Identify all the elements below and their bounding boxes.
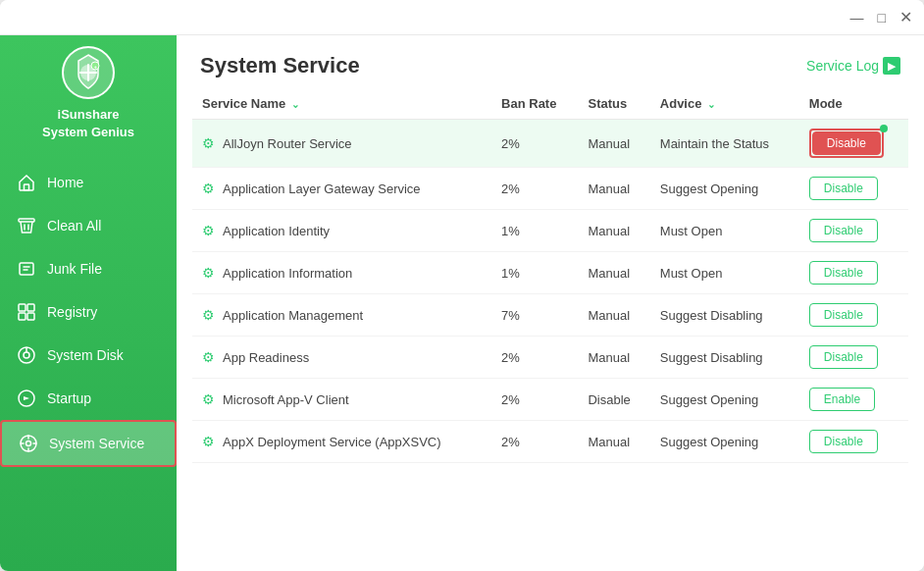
sidebar-item-startup[interactable]: Startup [0, 377, 177, 420]
cell-ban-rate: 2% [491, 379, 578, 421]
sidebar-label-registry: Registry [47, 304, 97, 320]
close-button[interactable]: ✕ [899, 10, 912, 26]
svg-rect-15 [19, 313, 26, 320]
cell-service-name: ⚙App Readiness [192, 337, 491, 379]
service-log-button[interactable]: Service Log ▶ [806, 57, 900, 75]
action-button-2[interactable]: Disable [809, 219, 878, 242]
svg-text:+: + [94, 64, 98, 70]
cell-advice: Must Open [650, 252, 799, 294]
service-icon [18, 433, 39, 454]
sidebar-label-home: Home [47, 175, 83, 190]
cell-mode: Disable [799, 337, 908, 379]
table-row: ⚙AllJoyn Router Service2%ManualMaintain … [192, 120, 908, 168]
service-table-container: Service Name ⌄ Ban Rate Status Advice ⌄ … [177, 88, 924, 571]
gear-icon: ⚙ [202, 434, 215, 449]
cell-service-name: ⚙AppX Deployment Service (AppXSVC) [192, 421, 491, 463]
home-icon [16, 172, 37, 193]
sidebar: + iSunshare System Genius Home [0, 35, 177, 571]
action-button-5[interactable]: Disable [809, 345, 878, 369]
cell-status: Manual [578, 168, 649, 210]
action-button-3[interactable]: Disable [809, 261, 878, 285]
sidebar-item-home[interactable]: Home [0, 161, 177, 204]
cell-ban-rate: 7% [491, 294, 578, 337]
sidebar-nav: Home Clean All Junk File [0, 161, 177, 467]
gear-icon: ⚙ [202, 223, 215, 238]
sidebar-item-junk-file[interactable]: Junk File [0, 247, 177, 290]
title-bar: — □ ✕ [0, 0, 924, 35]
disk-icon [16, 344, 37, 366]
cell-mode: Disable [799, 252, 908, 294]
cell-ban-rate: 1% [491, 210, 578, 252]
cell-mode: Disable [799, 294, 908, 337]
cell-service-name: ⚙Application Management [192, 294, 491, 337]
cell-ban-rate: 2% [491, 421, 578, 463]
cell-ban-rate: 2% [491, 168, 578, 210]
window-controls: — □ ✕ [850, 10, 912, 26]
gear-icon: ⚙ [202, 349, 215, 365]
sidebar-item-system-service[interactable]: System Service [0, 420, 177, 467]
svg-point-18 [24, 352, 29, 358]
cell-ban-rate: 2% [491, 337, 578, 379]
main-window: — □ ✕ + iSunshare System Ge [0, 0, 924, 571]
col-service-name: Service Name ⌄ [192, 88, 491, 120]
restore-button[interactable]: □ [878, 11, 886, 25]
cell-status: Manual [578, 120, 649, 168]
sidebar-item-system-disk[interactable]: System Disk [0, 334, 177, 377]
cell-status: Manual [578, 252, 649, 294]
cell-service-name: ⚙AllJoyn Router Service [192, 120, 491, 168]
col-advice: Advice ⌄ [650, 88, 799, 120]
sidebar-item-clean-all[interactable]: Clean All [0, 204, 177, 247]
table-row: ⚙App Readiness2%ManualSuggest DisablingD… [192, 337, 908, 379]
cell-service-name: ⚙Application Information [192, 252, 491, 294]
content-header: System Service Service Log ▶ [177, 35, 924, 88]
cell-mode: Disable [799, 120, 908, 168]
table-row: ⚙Microsoft App-V Client2%DisableSuggest … [192, 379, 908, 421]
cell-service-name: ⚙Application Layer Gateway Service [192, 168, 491, 210]
col-mode: Mode [799, 88, 908, 120]
cell-advice: Suggest Disabling [650, 294, 799, 337]
svg-rect-6 [25, 184, 29, 190]
gear-icon: ⚙ [202, 307, 215, 323]
main-layout: + iSunshare System Genius Home [0, 35, 924, 571]
cell-advice: Suggest Opening [650, 421, 799, 463]
col-status: Status [578, 88, 649, 120]
junk-icon [16, 258, 37, 280]
cell-mode: Disable [799, 210, 908, 252]
gear-icon: ⚙ [202, 181, 215, 196]
action-button-6[interactable]: Enable [809, 388, 875, 411]
minimize-button[interactable]: — [850, 11, 864, 25]
cell-advice: Suggest Opening [650, 379, 799, 421]
cell-mode: Disable [799, 421, 908, 463]
action-button-1[interactable]: Disable [809, 177, 878, 200]
startup-icon [16, 388, 37, 409]
logo-icon: + [61, 45, 116, 100]
sidebar-label-system-disk: System Disk [47, 347, 124, 363]
service-log-icon: ▶ [883, 57, 900, 75]
gear-icon: ⚙ [202, 135, 215, 151]
svg-rect-14 [27, 304, 34, 311]
main-content: System Service Service Log ▶ Service Nam… [177, 35, 924, 571]
table-row: ⚙Application Layer Gateway Service2%Manu… [192, 168, 908, 210]
sidebar-item-registry[interactable]: Registry [0, 290, 177, 334]
table-header-row: Service Name ⌄ Ban Rate Status Advice ⌄ … [192, 88, 908, 120]
cell-mode: Enable [799, 379, 908, 421]
action-button-7[interactable]: Disable [809, 430, 878, 453]
table-row: ⚙Application Management7%ManualSuggest D… [192, 294, 908, 337]
action-button-0[interactable]: Disable [812, 131, 881, 155]
table-row: ⚙AppX Deployment Service (AppXSVC)2%Manu… [192, 421, 908, 463]
action-button-4[interactable]: Disable [809, 303, 878, 327]
cell-ban-rate: 1% [491, 252, 578, 294]
cell-status: Manual [578, 337, 649, 379]
sidebar-label-clean-all: Clean All [47, 218, 101, 234]
gear-icon: ⚙ [202, 265, 215, 281]
cell-service-name: ⚙Microsoft App-V Client [192, 379, 491, 421]
cell-advice: Must Open [650, 210, 799, 252]
page-title: System Service [200, 53, 360, 78]
svg-rect-10 [20, 263, 33, 275]
sort-arrow-advice: ⌄ [707, 99, 715, 110]
cell-advice: Suggest Opening [650, 168, 799, 210]
cell-service-name: ⚙Application Identity [192, 210, 491, 252]
cell-advice: Maintain the Status [650, 120, 799, 168]
sidebar-label-system-service: System Service [49, 436, 144, 451]
cell-status: Manual [578, 421, 649, 463]
